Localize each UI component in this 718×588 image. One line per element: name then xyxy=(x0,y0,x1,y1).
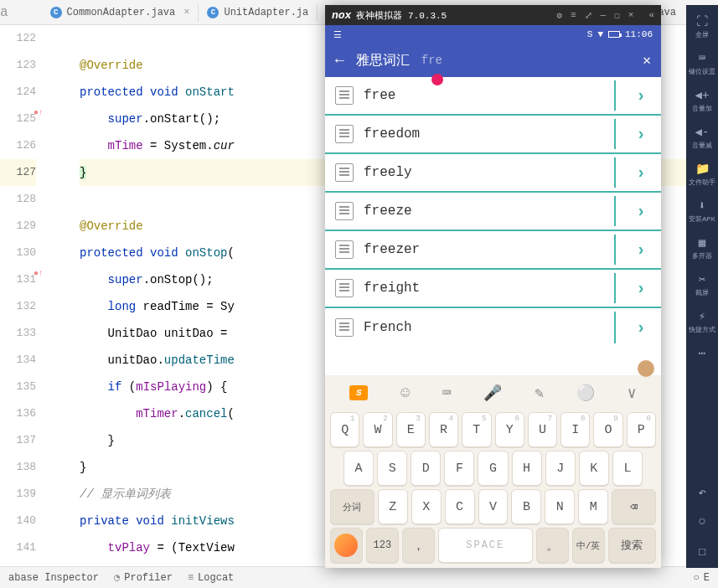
key-d[interactable]: D xyxy=(411,451,441,486)
key-p[interactable]: 0P xyxy=(627,412,656,447)
keymap-button[interactable]: ⌨键位设置 xyxy=(686,46,718,81)
file-helper-button[interactable]: 📁文件助手 xyxy=(686,157,718,192)
chevron-right-icon[interactable]: › xyxy=(631,318,651,338)
shift-key[interactable]: 分词 xyxy=(330,489,374,524)
key-l[interactable]: L xyxy=(612,451,643,486)
profiler-tab[interactable]: ◔Profiler xyxy=(114,571,173,584)
key-s[interactable]: S xyxy=(377,451,407,486)
database-inspector-tab[interactable]: abase Inspector xyxy=(8,572,99,584)
handwrite-icon[interactable]: ✎ xyxy=(535,384,544,402)
tab-unit-adapter[interactable]: C UnitAdapter.ja xyxy=(199,3,318,22)
keyboard-icon[interactable]: ⌨ xyxy=(442,384,452,402)
key-q[interactable]: 1Q xyxy=(330,412,359,447)
mic-icon[interactable]: 🎤 xyxy=(483,384,502,402)
close-icon[interactable]: × xyxy=(628,10,634,21)
key-z[interactable]: Z xyxy=(378,489,408,524)
search-input[interactable]: fre xyxy=(421,54,632,67)
list-item[interactable]: freezer › xyxy=(325,231,661,270)
space-key[interactable]: SPACE xyxy=(438,528,533,563)
list-item[interactable]: freeze › xyxy=(325,193,661,231)
install-apk-button[interactable]: ⬇安装APK xyxy=(686,193,718,229)
override-marker-icon[interactable]: ●↑ xyxy=(34,269,44,278)
key-v[interactable]: V xyxy=(478,489,509,524)
key-h[interactable]: H xyxy=(512,451,542,486)
chevron-right-icon[interactable]: › xyxy=(631,86,651,106)
key-j[interactable]: J xyxy=(545,451,576,486)
volume-down-button[interactable]: ◀-音量减 xyxy=(686,120,718,155)
back-icon[interactable]: ← xyxy=(335,52,344,69)
key-o[interactable]: 9O xyxy=(593,412,622,447)
key-k[interactable]: K xyxy=(579,451,609,486)
ide-bottom-bar: abase Inspector ◔Profiler ≡Logcat ○E xyxy=(0,566,718,588)
key-w[interactable]: 2W xyxy=(363,412,392,447)
comma-key[interactable]: ， xyxy=(402,528,435,563)
search-results-list[interactable]: free › freedom › freely › freeze › freez… xyxy=(325,77,661,375)
key-r[interactable]: 4R xyxy=(429,412,458,447)
emoji-key[interactable] xyxy=(330,528,363,563)
fullscreen-button[interactable]: ⛶全屏 xyxy=(686,10,718,44)
minimize-icon[interactable]: — xyxy=(601,10,607,21)
list-item[interactable]: free › xyxy=(325,77,661,116)
event-log-icon[interactable]: ○ xyxy=(694,572,700,584)
key-y[interactable]: 6Y xyxy=(495,412,524,447)
chevron-right-icon[interactable]: › xyxy=(631,240,651,260)
android-back-button[interactable]: ↶ xyxy=(698,484,706,501)
list-item[interactable]: freedom › xyxy=(325,116,661,154)
lang-switch-key[interactable]: 中/英 xyxy=(572,528,605,563)
search-key[interactable]: 搜索 xyxy=(608,528,656,563)
chevron-down-icon[interactable]: ∨ xyxy=(628,384,637,402)
period-key[interactable]: 。 xyxy=(536,528,569,563)
compress-icon[interactable]: ⤢ xyxy=(585,10,592,21)
emulator-sidebar: ⛶全屏 ⌨键位设置 ◀+音量加 ◀-音量减 📁文件助手 ⬇安装APK ▦多开器 … xyxy=(686,5,718,568)
key-e[interactable]: 3E xyxy=(396,412,426,447)
list-item[interactable]: freely › xyxy=(325,154,661,193)
shortcut-button[interactable]: ⚡快捷方式 xyxy=(686,304,718,339)
numeric-key[interactable]: 123 xyxy=(366,528,399,563)
chevron-right-icon[interactable]: › xyxy=(631,279,651,298)
screenshot-button[interactable]: ✂截屏 xyxy=(686,267,718,302)
document-icon xyxy=(335,125,354,143)
chevron-right-icon[interactable]: › xyxy=(631,163,651,183)
list-item[interactable]: French › xyxy=(325,308,661,347)
maximize-icon[interactable]: ☐ xyxy=(614,10,620,21)
override-marker-icon[interactable]: ●↑ xyxy=(34,108,44,117)
key-f[interactable]: F xyxy=(444,451,474,486)
tab-common-adapter[interactable]: C CommonAdapter.java × xyxy=(42,3,199,22)
key-a[interactable]: A xyxy=(344,451,374,486)
key-x[interactable]: X xyxy=(411,489,442,524)
backspace-key[interactable]: ⌫ xyxy=(612,489,656,524)
emoji-icon[interactable]: ☺ xyxy=(400,384,410,401)
emulator-titlebar[interactable]: nox 夜神模拟器 7.0.3.5 ⚙ ≡ ⤢ — ☐ × « xyxy=(325,5,661,25)
key-n[interactable]: N xyxy=(545,489,575,524)
android-recents-button[interactable]: ☐ xyxy=(698,543,706,560)
search-icon[interactable]: ⚪ xyxy=(576,384,595,402)
more-button[interactable]: ⋯ xyxy=(686,341,718,365)
more-icon: ⋯ xyxy=(699,346,705,360)
multi-instance-button[interactable]: ▦多开器 xyxy=(686,230,718,266)
collapse-icon[interactable]: « xyxy=(648,10,654,21)
line-numbers: 122 123 124 125 126 127 128 129 130 131 … xyxy=(0,25,46,563)
key-u[interactable]: 7U xyxy=(528,412,557,447)
android-home-button[interactable]: ○ xyxy=(698,514,706,529)
close-icon[interactable]: × xyxy=(183,7,189,18)
key-g[interactable]: G xyxy=(478,451,508,486)
logcat-tab[interactable]: ≡Logcat xyxy=(188,572,234,584)
sogou-logo-icon[interactable]: S xyxy=(349,385,368,400)
key-c[interactable]: C xyxy=(445,489,475,524)
key-t[interactable]: 5T xyxy=(462,412,491,447)
avatar-icon[interactable] xyxy=(638,360,654,377)
volume-up-icon: ◀+ xyxy=(695,88,710,102)
chevron-right-icon[interactable]: › xyxy=(631,202,651,221)
chevron-right-icon[interactable]: › xyxy=(631,125,651,144)
key-m[interactable]: M xyxy=(578,489,608,524)
menu-icon[interactable]: ≡ xyxy=(571,10,576,21)
key-i[interactable]: 8I xyxy=(560,412,590,447)
grid-icon: ▦ xyxy=(699,235,705,250)
soft-keyboard: S ☺ ⌨ 🎤 ✎ ⚪ ∨ 1Q2W3E4R5T6Y7U8I9O0P ASDFG… xyxy=(325,375,661,568)
close-icon[interactable]: ✕ xyxy=(643,52,651,69)
key-b[interactable]: B xyxy=(511,489,541,524)
list-item[interactable]: freight › xyxy=(325,270,661,308)
volume-up-button[interactable]: ◀+音量加 xyxy=(686,83,718,118)
list-item-label: freely xyxy=(364,165,621,180)
gear-icon[interactable]: ⚙ xyxy=(556,10,562,21)
